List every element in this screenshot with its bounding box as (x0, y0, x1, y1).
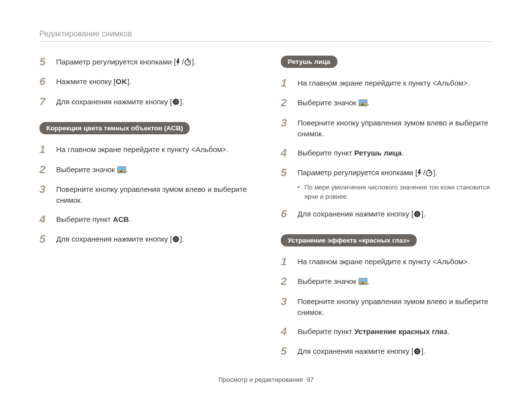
step-text: Параметр регулируется кнопками [/]. (298, 166, 437, 179)
step-text: Для сохранения нажмите кнопку []. (298, 208, 426, 220)
step-number: 4 (281, 325, 293, 338)
step-number: 6 (39, 75, 51, 88)
album-thumbnail-icon (117, 166, 126, 173)
step-number: 4 (39, 213, 51, 226)
step-item: 5 Параметр регулируется кнопками [/]. (281, 166, 493, 179)
step-item: 6 Нажмите кнопку [OK]. (39, 75, 251, 88)
step-number: 5 (281, 166, 293, 179)
step-number: 3 (281, 295, 293, 308)
manual-page: Редактирование снимков 5 Параметр регули… (0, 0, 532, 401)
step-text: Поверните кнопку управления зумом влево … (56, 183, 251, 206)
flash-icon (176, 59, 181, 65)
left-column: 5 Параметр регулируется кнопками [/]. 6 … (39, 56, 251, 365)
step-item: 3 Поверните кнопку управления зумом влев… (39, 183, 251, 206)
step-item: 3 Поверните кнопку управления зумом влев… (281, 295, 493, 318)
step-text: На главном экране перейдите к пункту <Ал… (56, 143, 229, 155)
step-number: 1 (281, 255, 293, 268)
step-number: 1 (39, 143, 51, 156)
step-number: 2 (281, 275, 293, 288)
step-item: 5 Параметр регулируется кнопками [/]. (39, 56, 251, 68)
step-text: Параметр регулируется кнопками [/]. (56, 56, 196, 68)
step-number: 2 (39, 163, 51, 176)
step-text: Нажмите кнопку [OK]. (56, 75, 132, 88)
step-text: Выберите пункт Устранение красных глаз. (298, 325, 449, 338)
step-text: Поверните кнопку управления зумом влево … (298, 117, 493, 140)
step-number: 3 (281, 117, 293, 129)
step-item: 5 Для сохранения нажмите кнопку []. (39, 233, 251, 246)
step-text: Для сохранения нажмите кнопку []. (56, 95, 184, 108)
section-pill-acb: Коррекция цвета темных объектов (ACB) (39, 122, 190, 134)
step-text: Выберите пункт Ретушь лица. (298, 147, 404, 159)
step-item: 7 Для сохранения нажмите кнопку []. (39, 95, 251, 108)
step-text: На главном экране перейдите к пункту <Ал… (298, 77, 470, 89)
macro-flower-icon (414, 348, 421, 355)
step-text: Для сохранения нажмите кнопку []. (298, 345, 426, 357)
step-text: Выберите значок . (298, 275, 369, 287)
step-item: 5 Для сохранения нажмите кнопку []. (281, 345, 493, 358)
step-text: Выберите значок . (56, 163, 128, 176)
step-number: 5 (39, 56, 51, 68)
note-block: • По мере увеличения числового значения … (298, 183, 493, 202)
content-columns: 5 Параметр регулируется кнопками [/]. 6 … (39, 56, 493, 365)
step-item: 4 Выберите пункт Устранение красных глаз… (281, 325, 493, 338)
macro-flower-icon (414, 211, 421, 217)
step-item: 2 Выберите значок . (281, 275, 493, 288)
step-text: Выберите пункт ACB. (56, 213, 131, 225)
step-number: 7 (39, 95, 51, 108)
step-item: 1 На главном экране перейдите к пункту <… (39, 143, 251, 156)
step-item: 4 Выберите пункт ACB. (39, 213, 251, 226)
note-item: • По мере увеличения числового значения … (298, 183, 493, 202)
step-item: 3 Поверните кнопку управления зумом влев… (281, 117, 493, 140)
step-number: 6 (281, 208, 293, 220)
album-thumbnail-icon (359, 278, 367, 285)
step-item: 2 Выберите значок . (39, 163, 251, 176)
step-number: 3 (39, 183, 51, 196)
step-number: 5 (39, 233, 51, 246)
timer-icon (184, 59, 191, 65)
timer-icon (426, 169, 432, 176)
step-item: 6 Для сохранения нажмите кнопку []. (281, 208, 493, 220)
step-text: Выберите значок . (298, 96, 369, 109)
step-number: 1 (281, 77, 293, 90)
album-thumbnail-icon (359, 99, 367, 106)
page-footer: Просмотр и редактирование 97 (0, 376, 532, 383)
step-item: 1 На главном экране перейдите к пункту <… (281, 255, 493, 268)
step-item: 1 На главном экране перейдите к пункту <… (281, 77, 493, 90)
step-text: На главном экране перейдите к пункту <Ал… (298, 255, 470, 268)
page-header: Редактирование снимков (39, 30, 493, 42)
macro-flower-icon (172, 236, 179, 243)
step-item: 2 Выберите значок . (281, 96, 493, 109)
macro-flower-icon (172, 98, 179, 105)
section-pill-red-eye: Устранение эффекта «красных глаз» (281, 234, 417, 247)
section-pill-face-retouch: Ретушь лица (281, 56, 337, 68)
step-number: 5 (281, 345, 293, 358)
step-text: Поверните кнопку управления зумом влево … (298, 295, 493, 318)
step-item: 4 Выберите пункт Ретушь лица. (281, 147, 493, 159)
step-text: Для сохранения нажмите кнопку []. (56, 233, 184, 245)
flash-icon (418, 169, 423, 176)
ok-icon: OK (116, 77, 128, 86)
right-column: Ретушь лица 1 На главном экране перейдит… (281, 56, 493, 365)
step-number: 2 (281, 96, 293, 109)
step-number: 4 (281, 147, 293, 159)
